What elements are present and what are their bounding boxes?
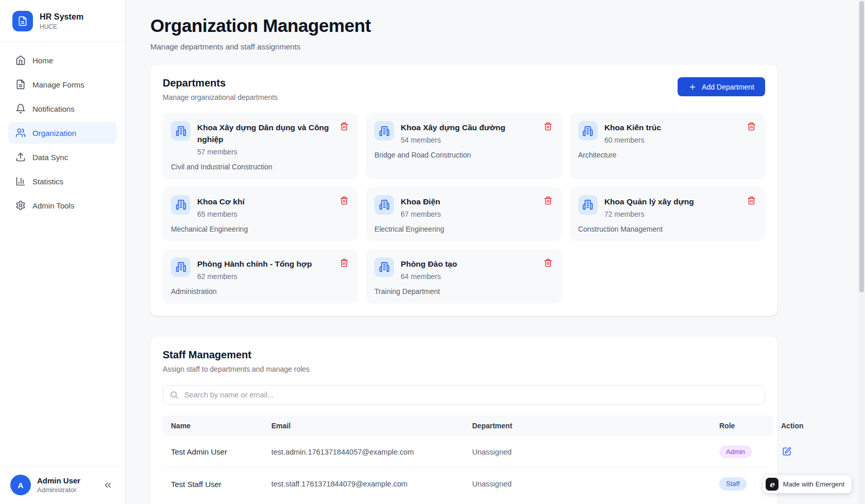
plus-icon — [688, 83, 697, 91]
trash-icon — [544, 258, 552, 267]
sidebar: HR System HUCE Home Manage Forms Notific… — [0, 0, 126, 504]
staff-subtitle: Assign staff to departments and manage r… — [163, 365, 765, 373]
departments-title: Departments — [163, 77, 278, 89]
bell-icon — [15, 103, 26, 114]
delete-department-button[interactable] — [543, 195, 553, 206]
role-badge: Admin — [719, 445, 752, 459]
sidebar-item-home[interactable]: Home — [8, 49, 117, 71]
department-name: Phòng Hành chính - Tổng hợp — [197, 258, 332, 270]
bar-chart-icon — [15, 176, 26, 186]
sidebar-item-organization[interactable]: Organization — [8, 122, 117, 144]
staff-name: Test Staff User — [163, 468, 263, 500]
table-header-row: Name Email Department Role Action — [163, 415, 773, 436]
edit-icon — [782, 447, 791, 456]
department-members: 60 members — [604, 136, 739, 144]
edit-staff-button[interactable] — [781, 446, 792, 457]
app-logo-icon — [12, 11, 33, 31]
department-name: Phòng Đào tạo — [401, 258, 535, 270]
sidebar-item-label: Statistics — [32, 177, 63, 186]
staff-management-card: Staff Management Assign staff to departm… — [150, 337, 777, 504]
staff-email: test.admin.1761371844057@example.com — [263, 436, 464, 468]
building-icon — [171, 121, 191, 141]
app-subtitle: HUCE — [40, 23, 83, 30]
building-icon — [171, 257, 191, 277]
made-with-emergent-badge[interactable]: e Made with Emergent — [763, 475, 852, 493]
emergent-logo-icon: e — [766, 478, 778, 491]
delete-department-button[interactable] — [339, 121, 350, 132]
delete-department-button[interactable] — [543, 121, 553, 132]
departments-card: Departments Manage organizational depart… — [150, 65, 777, 316]
upload-icon — [15, 152, 26, 162]
department-card: Khoa Xây dựng Dân dụng và Công nghiệp 57… — [163, 113, 358, 179]
department-card: Khoa Xây dựng Cầu đường 54 members Bridg… — [366, 113, 561, 179]
staff-name: Test Admin User — [163, 436, 263, 468]
department-description: Electrical Engineering — [374, 225, 553, 233]
department-card: Khoa Quản lý xây dựng 72 members Constru… — [570, 187, 765, 241]
department-name: Khoa Kiến trúc — [604, 122, 739, 134]
add-department-button[interactable]: Add Department — [678, 77, 765, 96]
column-header-name: Name — [163, 415, 263, 436]
sidebar-item-label: Home — [32, 56, 53, 65]
sidebar-user-section: A Admin User Administrator — [0, 465, 125, 504]
search-input[interactable] — [163, 385, 765, 405]
page-subtitle: Manage departments and staff assignments — [150, 42, 777, 51]
users-icon — [15, 128, 26, 138]
sidebar-collapse-button[interactable] — [101, 478, 115, 492]
department-card: Khoa Cơ khí 65 members Mechanical Engine… — [163, 187, 358, 241]
user-role: Administrator — [37, 486, 80, 494]
department-description: Administration — [171, 287, 350, 296]
chevrons-left-icon — [103, 480, 113, 490]
building-icon — [374, 121, 394, 141]
department-description: Mechanical Engineering — [171, 225, 350, 233]
table-row: Test Staff User test.staff.1761371844079… — [163, 468, 773, 500]
staff-department: Unassigned — [464, 436, 711, 468]
sidebar-item-statistics[interactable]: Statistics — [8, 170, 117, 192]
department-name: Khoa Quản lý xây dựng — [604, 196, 739, 208]
staff-department: Unassigned — [464, 468, 711, 500]
brand: HR System HUCE — [0, 0, 125, 41]
trash-icon — [747, 196, 756, 205]
scrollbar-track — [858, 0, 865, 504]
delete-department-button[interactable] — [746, 121, 757, 132]
staff-search — [163, 385, 765, 405]
delete-department-button[interactable] — [746, 195, 757, 206]
user-name: Admin User — [37, 476, 80, 485]
building-icon — [374, 257, 394, 277]
sidebar-item-label: Manage Forms — [32, 80, 84, 89]
trash-icon — [747, 122, 756, 131]
table-row: Test Admin User test.admin.1761371844057… — [163, 436, 773, 468]
sidebar-item-manage-forms[interactable]: Manage Forms — [8, 74, 117, 95]
delete-department-button[interactable] — [543, 257, 553, 268]
main-content: Organization Management Manage departmen… — [126, 0, 865, 504]
department-card: Khoa Điện 67 members Electrical Engineer… — [366, 187, 561, 241]
delete-department-button[interactable] — [339, 257, 350, 268]
department-members: 62 members — [197, 272, 332, 281]
departments-subtitle: Manage organizational departments — [163, 93, 278, 101]
sidebar-item-label: Notifications — [32, 105, 75, 113]
trash-icon — [340, 122, 349, 131]
department-card: Phòng Đào tạo 64 members Training Depart… — [366, 249, 561, 304]
building-icon — [171, 195, 191, 215]
delete-department-button[interactable] — [339, 195, 350, 206]
department-description: Civil and Industrial Construction — [171, 163, 350, 171]
department-members: 67 members — [401, 210, 535, 218]
department-members: 65 members — [197, 210, 332, 218]
trash-icon — [544, 196, 552, 205]
building-icon — [374, 195, 394, 215]
sidebar-item-label: Data Sync — [32, 153, 68, 162]
gear-icon — [15, 200, 26, 211]
scrollbar-thumb[interactable] — [859, 1, 864, 292]
home-icon — [15, 55, 26, 65]
department-description: Construction Management — [578, 225, 757, 233]
sidebar-item-notifications[interactable]: Notifications — [8, 98, 117, 119]
department-description: Training Department — [374, 287, 553, 296]
sidebar-item-label: Organization — [32, 129, 76, 137]
sidebar-nav: Home Manage Forms Notifications Organiza… — [0, 42, 125, 224]
trash-icon — [340, 258, 349, 267]
staff-title: Staff Management — [163, 349, 765, 361]
department-name: Khoa Xây dựng Cầu đường — [401, 122, 535, 134]
staff-email: test.staff.1761371844079@example.com — [263, 468, 464, 500]
sidebar-item-label: Admin Tools — [32, 201, 74, 210]
sidebar-item-data-sync[interactable]: Data Sync — [8, 146, 117, 168]
sidebar-item-admin-tools[interactable]: Admin Tools — [8, 195, 117, 216]
